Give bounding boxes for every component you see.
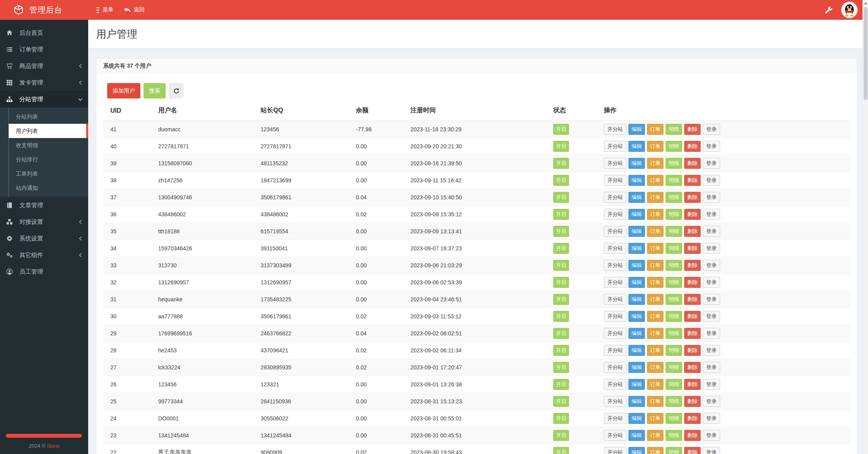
status-badge[interactable]: 开启 — [553, 175, 569, 186]
detail-button[interactable]: 明细 — [666, 447, 682, 454]
edit-button[interactable]: 编辑 — [628, 277, 645, 288]
open-substation-button[interactable]: 开分站 — [604, 430, 626, 441]
login-button[interactable]: 登录 — [703, 311, 720, 322]
status-badge[interactable]: 开启 — [553, 260, 569, 271]
scrollbar-thumb[interactable] — [864, 7, 868, 100]
login-button[interactable]: 登录 — [703, 362, 720, 373]
login-button[interactable]: 登录 — [703, 328, 720, 339]
open-substation-button[interactable]: 开分站 — [604, 141, 626, 152]
qq-penguin-avatar[interactable] — [842, 2, 857, 17]
detail-button[interactable]: 明细 — [666, 294, 682, 305]
detail-button[interactable]: 明细 — [666, 328, 682, 339]
detail-button[interactable]: 明细 — [666, 209, 682, 220]
order-button[interactable]: 订单 — [647, 158, 664, 169]
sidebar-item-sitemap[interactable]: 分站管理 — [0, 91, 88, 108]
detail-button[interactable]: 明细 — [666, 158, 682, 169]
order-button[interactable]: 订单 — [647, 362, 664, 373]
edit-button[interactable]: 编辑 — [628, 294, 645, 305]
delete-button[interactable]: 删除 — [684, 158, 701, 169]
sidebar-item-gear[interactable]: 系统设置 — [0, 230, 88, 247]
sidebar-subitem[interactable]: 站内通知 — [0, 181, 88, 195]
edit-button[interactable]: 编辑 — [628, 328, 645, 339]
edit-button[interactable]: 编辑 — [628, 260, 645, 271]
detail-button[interactable]: 明细 — [666, 277, 682, 288]
status-badge[interactable]: 开启 — [553, 294, 569, 305]
detail-button[interactable]: 明细 — [666, 396, 682, 407]
delete-button[interactable]: 删除 — [684, 430, 701, 441]
detail-button[interactable]: 明细 — [666, 226, 682, 237]
sidebar-item-cubes[interactable]: 对接设置 — [0, 214, 88, 230]
status-badge[interactable]: 开启 — [553, 158, 569, 169]
open-substation-button[interactable]: 开分站 — [604, 379, 626, 390]
detail-button[interactable]: 明细 — [666, 379, 682, 390]
open-substation-button[interactable]: 开分站 — [604, 175, 626, 186]
brand[interactable]: 管理后台 — [0, 0, 88, 20]
detail-button[interactable]: 明细 — [666, 175, 682, 186]
delete-button[interactable]: 删除 — [684, 243, 701, 254]
sidebar-item-grid[interactable]: 发卡管理 — [0, 74, 88, 91]
status-badge[interactable]: 开启 — [553, 277, 569, 288]
login-button[interactable]: 登录 — [703, 141, 720, 152]
order-button[interactable]: 订单 — [647, 175, 664, 186]
delete-button[interactable]: 删除 — [684, 192, 701, 203]
delete-button[interactable]: 删除 — [684, 141, 701, 152]
login-button[interactable]: 登录 — [703, 260, 720, 271]
status-badge[interactable]: 开启 — [553, 430, 569, 441]
login-button[interactable]: 登录 — [703, 158, 720, 169]
status-badge[interactable]: 开启 — [553, 209, 569, 220]
sidebar-item-book[interactable]: 文章管理 — [0, 197, 88, 214]
open-substation-button[interactable]: 开分站 — [604, 294, 626, 305]
open-substation-button[interactable]: 开分站 — [604, 447, 626, 454]
edit-button[interactable]: 编辑 — [628, 430, 645, 441]
sidebar-item-list[interactable]: 订单管理 — [0, 41, 88, 58]
detail-button[interactable]: 明细 — [666, 192, 682, 203]
order-button[interactable]: 订单 — [647, 430, 664, 441]
open-substation-button[interactable]: 开分站 — [604, 413, 626, 424]
delete-button[interactable]: 删除 — [684, 328, 701, 339]
order-button[interactable]: 订单 — [647, 294, 664, 305]
add-user-button[interactable]: 添加用户 — [107, 83, 140, 98]
edit-button[interactable]: 编辑 — [628, 141, 645, 152]
delete-button[interactable]: 删除 — [684, 226, 701, 237]
vertical-scrollbar[interactable] — [862, 0, 868, 454]
open-substation-button[interactable]: 开分站 — [604, 243, 626, 254]
delete-button[interactable]: 删除 — [684, 294, 701, 305]
order-button[interactable]: 订单 — [647, 243, 664, 254]
status-badge[interactable]: 开启 — [553, 379, 569, 390]
sidebar-item-user[interactable]: 员工管理 — [0, 263, 88, 280]
sidebar-item-gears[interactable]: 其它组件 — [0, 247, 88, 263]
order-button[interactable]: 订单 — [647, 413, 664, 424]
menu-toggle[interactable]: 菜单 — [96, 6, 113, 13]
login-button[interactable]: 登录 — [703, 413, 720, 424]
login-button[interactable]: 登录 — [703, 243, 720, 254]
order-button[interactable]: 订单 — [647, 345, 664, 356]
delete-button[interactable]: 删除 — [684, 311, 701, 322]
login-button[interactable]: 登录 — [703, 226, 720, 237]
login-button[interactable]: 登录 — [703, 209, 720, 220]
detail-button[interactable]: 明细 — [666, 124, 682, 135]
open-substation-button[interactable]: 开分站 — [604, 209, 626, 220]
delete-button[interactable]: 删除 — [684, 447, 701, 454]
order-button[interactable]: 订单 — [647, 277, 664, 288]
sidebar-item-cart[interactable]: 商品管理 — [0, 58, 88, 74]
detail-button[interactable]: 明细 — [666, 413, 682, 424]
edit-button[interactable]: 编辑 — [628, 209, 645, 220]
login-button[interactable]: 登录 — [703, 192, 720, 203]
order-button[interactable]: 订单 — [647, 141, 664, 152]
status-badge[interactable]: 开启 — [553, 243, 569, 254]
open-substation-button[interactable]: 开分站 — [604, 158, 626, 169]
sidebar-subitem[interactable]: 分站列表 — [0, 110, 88, 124]
sidebar-subitem[interactable]: 分站排行 — [0, 152, 88, 166]
order-button[interactable]: 订单 — [647, 124, 664, 135]
status-badge[interactable]: 开启 — [553, 141, 569, 152]
edit-button[interactable]: 编辑 — [628, 124, 645, 135]
open-substation-button[interactable]: 开分站 — [604, 345, 626, 356]
edit-button[interactable]: 编辑 — [628, 396, 645, 407]
back-button[interactable]: 返回 — [124, 6, 145, 13]
status-badge[interactable]: 开启 — [553, 192, 569, 203]
open-substation-button[interactable]: 开分站 — [604, 226, 626, 237]
open-substation-button[interactable]: 开分站 — [604, 277, 626, 288]
order-button[interactable]: 订单 — [647, 226, 664, 237]
order-button[interactable]: 订单 — [647, 209, 664, 220]
detail-button[interactable]: 明细 — [666, 430, 682, 441]
